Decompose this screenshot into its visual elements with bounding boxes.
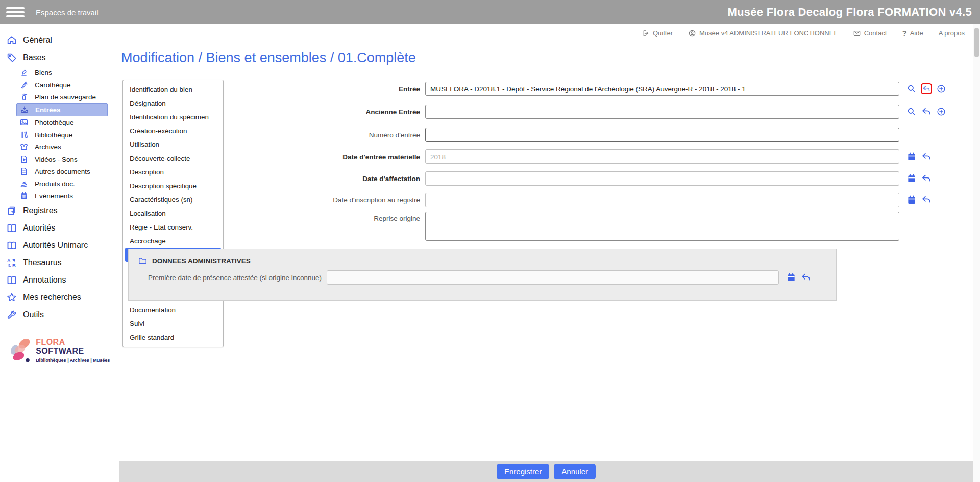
a-to-b-thesaurus-icon: AB xyxy=(6,257,17,268)
undo-icon[interactable] xyxy=(800,272,812,283)
user-icon xyxy=(688,29,696,37)
flora-petals-icon xyxy=(5,335,35,365)
calendar-picker-icon[interactable] xyxy=(906,151,917,162)
undo-icon[interactable] xyxy=(921,151,932,162)
sidebar-item-autorites-unimarc[interactable]: Autorités Unimarc xyxy=(0,237,111,254)
add-circle-icon[interactable] xyxy=(936,83,947,94)
document-icon xyxy=(19,167,29,176)
fire-extinguisher-icon xyxy=(19,92,29,102)
cancel-button[interactable]: Annuler xyxy=(554,464,596,479)
svg-text:A: A xyxy=(7,258,11,263)
open-book-icon xyxy=(6,240,17,251)
reprise-origine-textarea[interactable] xyxy=(425,212,899,241)
star-icon xyxy=(6,292,17,303)
date-affectation-input[interactable] xyxy=(425,171,899,186)
sidebar-item-autres-documents[interactable]: Autres documents xyxy=(16,165,111,177)
sidebar-item-label: Autres documents xyxy=(35,168,90,175)
sidebar-item-label: Autorités xyxy=(23,223,55,233)
calendar-picker-icon[interactable] xyxy=(786,272,797,283)
sidebar-item-mes-recherches[interactable]: Mes recherches xyxy=(0,289,111,306)
sidebar-item-biens[interactable]: Biens xyxy=(16,66,111,79)
open-box-icon xyxy=(19,142,29,151)
undo-icon[interactable] xyxy=(921,194,932,206)
date-inscription-registre-input[interactable] xyxy=(425,193,899,207)
premiere-date-input[interactable] xyxy=(327,270,779,285)
question-mark-icon: ? xyxy=(902,29,906,37)
sidebar-item-label: Autorités Unimarc xyxy=(23,241,88,250)
sidebar: Général Bases Biens Carothèque Plan de s… xyxy=(0,24,111,482)
flora-software-logo: FLORA SOFTWARE Bibliothèques | Archives … xyxy=(5,335,111,365)
sidebar-item-entrees[interactable]: Entrées xyxy=(16,103,108,116)
sidebar-item-videos-sons[interactable]: Vidéos - Sons xyxy=(16,153,111,165)
search-icon[interactable] xyxy=(906,106,917,117)
top-bar: Espaces de travail Musée Flora Decalog F… xyxy=(0,0,980,24)
a-propos-link[interactable]: A propos xyxy=(939,29,965,37)
brand-flora: FLORA xyxy=(36,338,65,346)
date-inscription-registre-field-label: Date d'inscription au registre xyxy=(112,196,420,204)
numero-entree-input[interactable] xyxy=(425,128,899,142)
sidebar-item-plan-sauvegarde[interactable]: Plan de sauvegarde xyxy=(16,91,111,103)
add-circle-icon[interactable] xyxy=(936,106,947,117)
sidebar-item-label: Bibliothèque xyxy=(35,131,72,139)
vertical-scrollbar[interactable] xyxy=(973,24,980,482)
search-icon[interactable] xyxy=(906,83,917,94)
sidebar-item-evenements[interactable]: Evènements xyxy=(16,190,111,202)
workspace-label[interactable]: Espaces de travail xyxy=(36,8,99,17)
quitter-link[interactable]: Quitter xyxy=(642,29,673,37)
donnees-administratives-panel: DONNEES ADMINISTRATIVES Première date de… xyxy=(128,249,837,301)
tab-documentation[interactable]: Documentation xyxy=(125,303,221,317)
carrot-icon xyxy=(19,80,29,89)
aide-link[interactable]: ? Aide xyxy=(902,29,923,37)
sidebar-item-carotheque[interactable]: Carothèque xyxy=(16,79,111,91)
undo-icon-highlighted[interactable] xyxy=(921,83,932,94)
envelope-icon xyxy=(853,29,861,37)
tab-grille-standard[interactable]: Grille standard xyxy=(125,331,221,344)
sidebar-item-label: Produits doc. xyxy=(35,180,75,188)
contact-link[interactable]: Contact xyxy=(853,29,887,37)
sidebar-item-archives[interactable]: Archives xyxy=(16,141,111,153)
sidebar-item-label: Bases xyxy=(23,53,45,62)
utility-bar: Quitter Musée v4 ADMINISTRATEUR FONCTION… xyxy=(642,29,965,37)
entree-field-label: Entrée xyxy=(112,85,420,93)
registers-copies-icon xyxy=(6,205,17,216)
sidebar-item-outils[interactable]: Outils xyxy=(0,306,111,323)
sidebar-item-label: Vidéos - Sons xyxy=(35,156,78,163)
sidebar-item-bases[interactable]: Bases xyxy=(0,49,111,66)
sidebar-item-general[interactable]: Général xyxy=(0,32,111,49)
sidebar-item-registres[interactable]: Registres xyxy=(0,202,111,219)
sidebar-item-bibliotheque[interactable]: Bibliothèque xyxy=(16,129,111,141)
calendar-picker-icon[interactable] xyxy=(906,194,917,206)
home-icon xyxy=(6,35,17,46)
inbox-arrow-down-icon xyxy=(20,105,29,114)
sidebar-item-label: Plan de sauvegarde xyxy=(35,93,96,101)
calendar-picker-icon[interactable] xyxy=(906,173,917,184)
date-affectation-field-label: Date d'affectation xyxy=(112,175,420,183)
sidebar-item-label: Entrées xyxy=(35,106,61,114)
app-title: Musée Flora Decalog Flora FORMATION v4.5 xyxy=(727,6,972,19)
numero-entree-field-label: Numéro d'entrée xyxy=(112,131,420,139)
user-account-link[interactable]: Musée v4 ADMINISTRATEUR FONCTIONNEL xyxy=(688,29,838,37)
ancienne-entree-input[interactable] xyxy=(425,105,899,119)
save-button[interactable]: Enregistrer xyxy=(497,464,549,479)
form-action-bar: Enregistrer Annuler xyxy=(119,461,973,482)
folder-icon xyxy=(138,256,148,266)
undo-icon[interactable] xyxy=(921,106,932,117)
sidebar-item-thesaurus[interactable]: AB Thesaurus xyxy=(0,254,111,271)
entree-input[interactable] xyxy=(425,82,899,96)
books-icon xyxy=(19,130,29,139)
tag-icon xyxy=(6,52,17,63)
open-book-icon xyxy=(6,274,17,286)
undo-icon[interactable] xyxy=(921,173,932,184)
date-entree-materielle-input[interactable] xyxy=(425,149,899,164)
sidebar-item-label: Outils xyxy=(23,310,44,319)
page-title: Modification / Biens et ensembles / 01.C… xyxy=(121,50,416,66)
date-entree-materielle-field-label: Date d'entrée matérielle xyxy=(112,153,420,161)
hamburger-menu-icon[interactable] xyxy=(6,5,24,19)
ancienne-entree-field-label: Ancienne Entrée xyxy=(112,108,420,116)
sidebar-item-produits-doc[interactable]: Produits doc. xyxy=(16,177,111,190)
sidebar-item-annotations[interactable]: Annotations xyxy=(0,271,111,289)
tab-suivi[interactable]: Suivi xyxy=(125,317,221,331)
sidebar-item-autorites[interactable]: Autorités xyxy=(0,219,111,237)
scrollbar-thumb[interactable] xyxy=(974,28,979,57)
sidebar-item-phototheque[interactable]: Photothèque xyxy=(16,116,111,129)
